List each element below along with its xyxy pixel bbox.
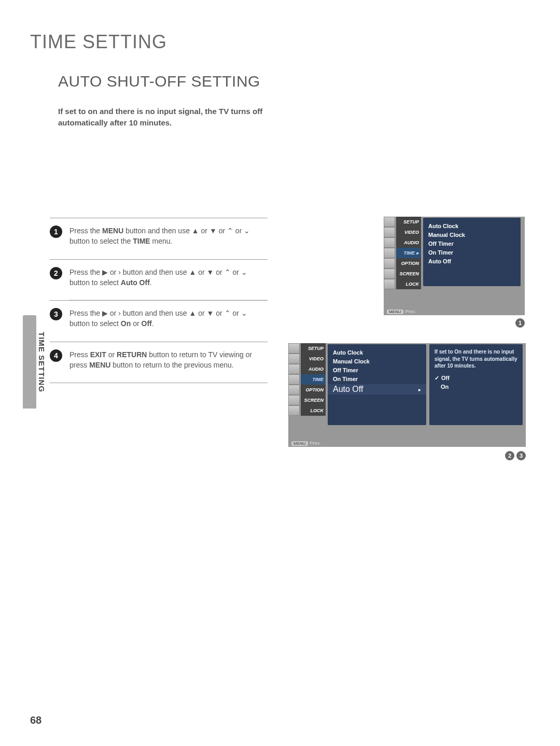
osd-panel-autooff: If set to On and there is no input signa… — [429, 344, 523, 425]
osd-nav: SETUP VIDEO AUDIO TIME▸ OPTION SCREEN LO… — [384, 217, 421, 289]
chapter-title: TIME SETTING — [30, 31, 167, 53]
osd-footer: MENUPrev. — [291, 441, 320, 446]
step-1: 1 Press the MENU button and then use ▲ o… — [50, 218, 268, 259]
step-bullet: 1 — [50, 226, 62, 238]
step-bullet: 2 — [50, 267, 62, 279]
osd-screenshot-1: SETUP VIDEO AUDIO TIME▸ OPTION SCREEN LO… — [384, 217, 525, 315]
chevron-right-icon: ▸ — [418, 387, 421, 392]
osd-panel-time: Auto Clock Manual Clock Off Timer On Tim… — [423, 218, 521, 286]
step-3: 3 Press the ▶ or › button and then use ▲… — [50, 300, 268, 342]
osd-selected-row: Auto Off▸ — [328, 384, 426, 395]
step-text: Press the ▶ or › button and then use ▲ o… — [69, 308, 268, 329]
side-tab-label: TIME SETTING — [37, 332, 46, 392]
step-ref-2: 2 — [505, 451, 514, 460]
step-text: Press EXIT or RETURN button to return to… — [69, 349, 268, 371]
osd-footer: MENUPrev. — [387, 309, 416, 314]
step-bullet: 4 — [50, 349, 62, 362]
osd-screenshot-2: SETUP VIDEO AUDIO TIME OPTION SCREEN LOC… — [288, 343, 526, 447]
option-on: On — [435, 383, 517, 391]
step-bullet: 3 — [50, 308, 62, 320]
osd-hint-text: If set to On and there is no input signa… — [435, 348, 517, 370]
option-off: ✓Off — [435, 374, 517, 383]
side-tab — [23, 315, 36, 409]
check-icon: ✓ — [435, 375, 439, 381]
steps-list: 1 Press the MENU button and then use ▲ o… — [50, 218, 268, 383]
step-text: Press the MENU button and then use ▲ or … — [69, 226, 268, 247]
step-text: Press the ▶ or › button and then use ▲ o… — [69, 267, 268, 288]
step-ref-3: 3 — [516, 451, 526, 460]
osd-panel-time-items: Auto Clock Manual Clock Off Timer On Tim… — [328, 344, 426, 425]
section-title: AUTO SHUT-OFF SETTING — [58, 73, 260, 90]
osd-nav: SETUP VIDEO AUDIO TIME OPTION SCREEN LOC… — [288, 343, 326, 416]
step-4: 4 Press EXIT or RETURN button to return … — [50, 342, 268, 384]
intro-text: If set to on and there is no input signa… — [58, 106, 297, 129]
page-number: 68 — [30, 714, 41, 726]
step-2: 2 Press the ▶ or › button and then use ▲… — [50, 259, 268, 301]
step-ref-1: 1 — [515, 318, 525, 328]
